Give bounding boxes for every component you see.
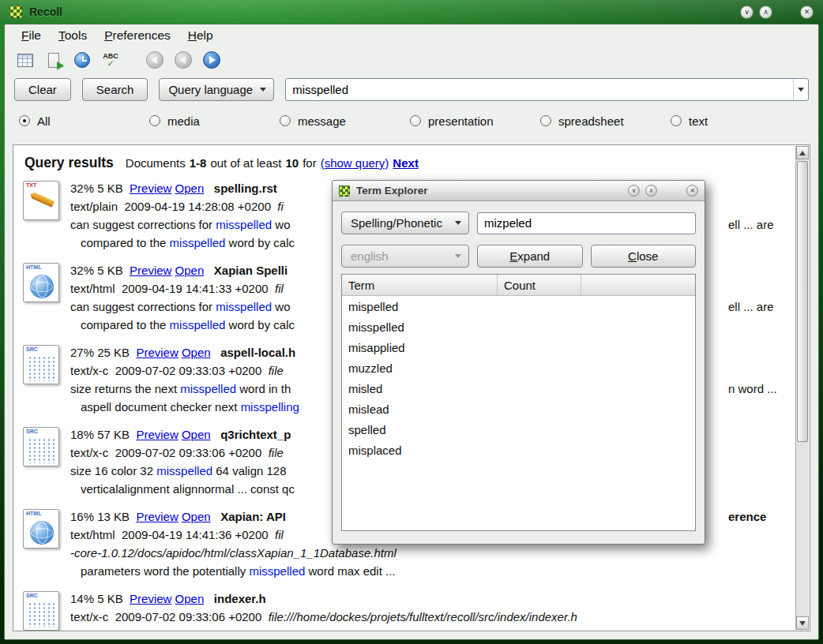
result-title: Xapian Spelli (214, 264, 287, 277)
preview-link[interactable]: Preview (136, 510, 178, 523)
filter-text[interactable]: text (671, 114, 801, 128)
globe-icon (30, 521, 54, 545)
dialog-titlebar[interactable]: Term Explorer ∨ ∧ ✕ (333, 181, 705, 201)
menu-preferences[interactable]: Preferences (96, 25, 179, 46)
menu-file[interactable]: File (13, 25, 50, 46)
query-mode-select[interactable]: Query language (159, 78, 274, 101)
dialog-unshade-button[interactable]: ∧ (645, 185, 657, 197)
menubar: FileToolsPreferencesHelp (5, 24, 818, 47)
results-scrollbar[interactable] (795, 146, 809, 630)
filter-presentation[interactable]: presentation (410, 114, 540, 128)
term-row[interactable]: spelled (342, 419, 695, 440)
scrollbar-thumb[interactable] (797, 161, 808, 442)
preview-link[interactable]: Preview (136, 428, 178, 441)
filter-all[interactable]: All (19, 114, 149, 128)
column-header-term[interactable]: Term (342, 275, 498, 295)
page-first-icon[interactable] (144, 49, 166, 71)
term-mode-select[interactable]: Spelling/Phonetic (341, 212, 469, 234)
open-link[interactable]: Open (175, 264, 205, 277)
preview-link[interactable]: Preview (130, 264, 171, 277)
dialog-close-button[interactable]: Close (591, 245, 697, 268)
search-input[interactable] (286, 83, 793, 96)
column-header-count[interactable]: Count (498, 275, 581, 295)
save-search-icon[interactable] (43, 49, 65, 71)
terms-list: mispelledmisspelledmisappliedmuzzledmisl… (342, 296, 695, 460)
open-link[interactable]: Open (182, 346, 211, 359)
page-next-icon[interactable] (201, 49, 223, 71)
highlight-term: misspelling (241, 400, 299, 414)
open-link[interactable]: Open (182, 428, 211, 441)
result-date: 2009-04-19 14:41:33 +0200 (122, 282, 269, 295)
term-cell: mislead (348, 402, 389, 416)
punch-dots-icon (28, 438, 56, 463)
result-url: fi (277, 200, 284, 213)
result-url: fil (275, 282, 284, 295)
open-link[interactable]: Open (175, 592, 205, 605)
term-row[interactable]: misspelled (342, 316, 695, 337)
arrow-down-icon (799, 621, 806, 626)
preview-link[interactable]: Preview (130, 182, 171, 195)
unshade-button[interactable]: ∧ (759, 6, 772, 19)
menu-help[interactable]: Help (179, 25, 222, 46)
filter-radio-group: Allmediamessagepresentationspreadsheette… (5, 107, 818, 135)
history-icon[interactable] (71, 49, 93, 71)
term-mode-label: Spelling/Phonetic (351, 216, 442, 230)
main-window-titlebar[interactable]: Recoll ∨ ∧ ✕ (0, 0, 823, 24)
query-dropdown-button[interactable] (793, 79, 808, 100)
result-score-size: 16% 13 KB (70, 510, 136, 523)
page-previous-icon[interactable] (172, 49, 194, 71)
result-title: Xapian: API (220, 510, 286, 523)
snippet-text: word by calc (225, 318, 295, 331)
term-row[interactable]: misled (342, 378, 695, 399)
filter-media[interactable]: media (149, 114, 280, 128)
show-query-link[interactable]: (show query) (321, 156, 389, 170)
file-type-label: HTML (26, 511, 41, 516)
shade-button[interactable]: ∨ (740, 6, 753, 19)
result-text: 32% 5 KB Preview Open Xapian Spellitext/… (70, 261, 295, 334)
term-input[interactable] (478, 213, 695, 234)
table-icon (17, 54, 33, 67)
result-title-fragment: erence (728, 507, 766, 526)
term-row[interactable]: misplaced (342, 440, 695, 460)
scroll-down-button[interactable] (796, 616, 809, 630)
term-row[interactable]: mislead (342, 399, 695, 419)
html-file-icon: HTML (23, 509, 59, 549)
chevron-down-icon (455, 221, 461, 225)
src-file-icon: SRC (23, 345, 59, 384)
result-date: 2009-07-02 09:33:06 +0200 (115, 610, 262, 623)
highlight-term: misspelled (216, 218, 272, 231)
clear-search-icon[interactable] (14, 49, 36, 71)
clear-button[interactable]: Clear (14, 78, 71, 101)
result-title: indexer.h (214, 592, 266, 605)
preview-link[interactable]: Preview (136, 346, 178, 359)
term-explorer-icon[interactable]: ABC✓ (100, 49, 122, 71)
window-controls: ∨ ∧ ✕ (740, 6, 814, 19)
term-row[interactable]: muzzled (342, 358, 695, 378)
result-mime: text/x-c (70, 364, 108, 377)
next-page-link[interactable]: Next (393, 156, 419, 170)
scroll-up-button[interactable] (796, 146, 809, 159)
filter-label: text (689, 114, 708, 128)
toolbar: ABC✓ (5, 47, 818, 73)
filter-message[interactable]: message (280, 114, 410, 128)
chevron-down-icon (798, 88, 804, 92)
term-row[interactable]: mispelled (342, 296, 695, 316)
result-headline: 18% 57 KB Preview Open q3richtext_p (70, 425, 295, 444)
filter-label: All (37, 114, 51, 128)
dialog-close-window-button[interactable]: ✕ (686, 185, 698, 197)
term-row[interactable]: misapplied (342, 337, 695, 358)
dialog-shade-button[interactable]: ∨ (628, 185, 640, 197)
open-link[interactable]: Open (175, 182, 205, 195)
menu-tools[interactable]: Tools (50, 25, 96, 46)
expand-button[interactable]: Expand (477, 245, 583, 268)
desktop-background: Recoll ∨ ∧ ✕ FileToolsPreferencesHelp AB… (0, 0, 823, 644)
recoll-logo-icon (339, 185, 350, 197)
preview-link[interactable]: Preview (130, 592, 171, 605)
summary-total: 10 (285, 156, 299, 170)
filter-spreadsheet[interactable]: spreadsheet (540, 114, 671, 128)
result-date: 2009-07-02 09:33:03 +0200 (115, 364, 262, 377)
open-link[interactable]: Open (182, 510, 211, 523)
search-button[interactable]: Search (82, 78, 148, 101)
close-window-button[interactable]: ✕ (800, 6, 814, 19)
highlight-term: misspelled (249, 564, 305, 578)
